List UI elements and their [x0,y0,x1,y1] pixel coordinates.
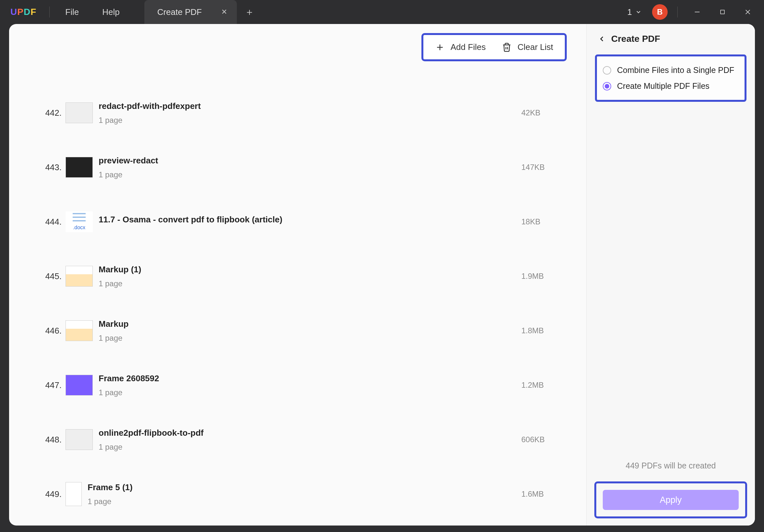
file-pages: 1 page [88,497,521,506]
file-name: Frame 5 (1) [88,482,521,492]
sidebar-title: Create PDF [611,34,660,44]
row-index: 447. [38,380,64,390]
file-size: 606KB [521,435,573,444]
row-index: 446. [38,326,64,336]
file-name: Markup [98,319,521,329]
main-panel: Add Files Clear List 442.redact-pdf-with… [9,24,586,525]
row-index: 444. [38,217,64,227]
file-name: preview-redact [98,156,521,166]
file-row[interactable]: 442.redact-pdf-with-pdfexpert1 page42KB [38,85,573,140]
file-thumbnail: .docx [66,211,93,232]
row-index: 442. [38,108,64,118]
file-name: Markup (1) [98,265,521,275]
file-pages: 1 page [98,279,521,288]
file-thumbnail [66,429,93,450]
file-thumbnail [66,157,93,178]
sidebar: Create PDF Combine Files into a Single P… [586,24,755,525]
file-thumbnail [66,375,93,396]
option-combine[interactable]: Combine Files into a Single PDF [603,62,739,78]
clear-list-button[interactable]: Clear List [502,42,553,52]
file-name: 11.7 - Osama - convert pdf to flipbook (… [98,214,521,225]
file-thumbnail [66,102,93,123]
file-pages: 1 page [98,170,521,179]
file-name: online2pdf-flipbook-to-pdf [98,428,521,438]
file-pages: 1 page [98,116,521,125]
svg-rect-1 [720,10,724,14]
radio-icon [603,82,611,90]
file-name: Frame 2608592 [98,373,521,383]
close-icon[interactable]: ✕ [221,8,227,16]
close-window-button[interactable] [738,6,758,19]
app-logo: UPDF [0,7,45,17]
row-index: 443. [38,162,64,173]
plus-icon [435,43,445,52]
new-tab-button[interactable]: ＋ [245,6,254,19]
option-multiple[interactable]: Create Multiple PDF Files [603,78,739,94]
file-list: 442.redact-pdf-with-pdfexpert1 page42KB4… [38,85,573,521]
chevron-left-icon[interactable] [598,35,606,43]
file-size: 1.6MB [521,489,573,499]
file-row[interactable]: 447.Frame 26085921 page1.2MB [38,358,573,412]
divider [49,7,50,18]
file-pages: 1 page [98,388,521,397]
file-row[interactable]: 444..docx11.7 - Osama - convert pdf to f… [38,195,573,249]
file-size: 42KB [521,108,573,117]
row-index: 448. [38,435,64,445]
workspace: Add Files Clear List 442.redact-pdf-with… [9,24,755,525]
status-text: 449 PDFs will be created [594,461,747,470]
divider [677,7,678,18]
file-size: 1.8MB [521,326,573,335]
output-options: Combine Files into a Single PDF Create M… [595,55,746,102]
add-files-button[interactable]: Add Files [435,42,485,52]
chevron-down-icon [635,9,642,15]
row-index: 449. [38,489,64,499]
file-pages: 1 page [98,333,521,343]
file-row[interactable]: 443.preview-redact1 page147KB [38,140,573,195]
menu-help[interactable]: Help [91,7,131,17]
file-thumbnail [66,266,93,287]
file-row[interactable]: 446.Markup1 page1.8MB [38,304,573,358]
file-thumbnail [66,320,93,341]
file-name: redact-pdf-with-pdfexpert [98,101,521,111]
file-row[interactable]: 445.Markup (1)1 page1.9MB [38,249,573,304]
apply-container: Apply [594,481,747,518]
tab-create-pdf[interactable]: Create PDF ✕ [144,0,237,24]
window-count[interactable]: 1 [623,5,646,19]
file-size: 1.9MB [521,272,573,281]
tab-label: Create PDF [157,7,202,17]
file-pages: 1 page [98,443,521,452]
radio-icon [603,66,611,74]
trash-icon [502,43,511,52]
sidebar-header: Create PDF [587,24,755,53]
menu-file[interactable]: File [54,7,91,17]
avatar[interactable]: B [652,4,668,20]
file-size: 18KB [521,217,573,226]
minimize-button[interactable] [687,6,707,19]
maximize-button[interactable] [713,6,732,19]
file-row[interactable]: 448.online2pdf-flipbook-to-pdf1 page606K… [38,412,573,467]
apply-button[interactable]: Apply [603,490,739,510]
file-size: 1.2MB [521,381,573,390]
file-actions: Add Files Clear List [421,33,567,61]
row-index: 445. [38,271,64,281]
titlebar: UPDF File Help Create PDF ✕ ＋ 1 B [0,0,764,24]
file-size: 147KB [521,163,573,172]
file-row[interactable]: 449.Frame 5 (1)1 page1.6MB [38,467,573,521]
file-thumbnail [66,482,82,506]
